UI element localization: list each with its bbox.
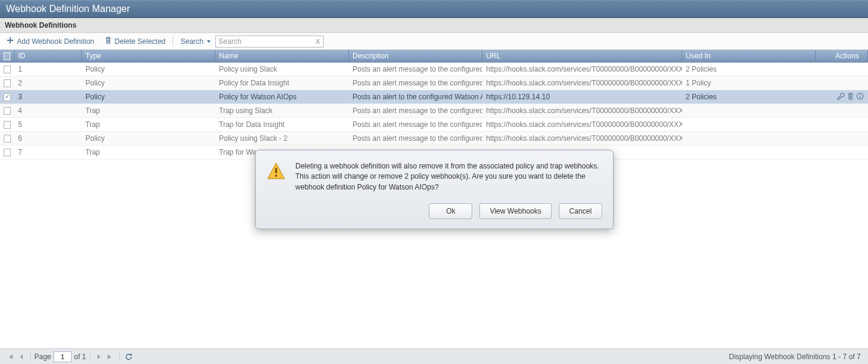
cell-id: 5 — [14, 120, 82, 129]
cell-name: Policy using Slack - 2 — [215, 134, 349, 143]
cell-url: https://hooks.slack.com/services/T000000… — [482, 134, 682, 143]
column-actions: Actions — [816, 50, 868, 62]
cell-type: Policy — [82, 79, 215, 87]
row-checkbox[interactable] — [4, 66, 11, 73]
cell-name: Policy for Watson AIOps — [215, 93, 349, 101]
cell-name: Trap using Slack — [215, 106, 349, 115]
column-name[interactable]: Name — [215, 50, 349, 62]
column-type[interactable]: Type — [82, 50, 215, 62]
prev-page-button[interactable] — [16, 351, 26, 362]
cell-id: 6 — [14, 134, 82, 143]
cell-type: Policy — [82, 65, 215, 73]
cell-description: Posts an alert message to the configured… — [349, 134, 482, 143]
cell-url: https://10.129.14.10 — [482, 93, 682, 101]
column-description[interactable]: Description — [349, 50, 482, 62]
row-checkbox[interactable] — [4, 107, 11, 115]
grid-body: 1PolicyPolicy using SlackPosts an alert … — [0, 63, 868, 159]
delete-icon[interactable] — [846, 92, 855, 102]
cell-id: 7 — [14, 148, 82, 156]
cell-type: Policy — [82, 93, 215, 101]
svg-rect-19 — [275, 168, 277, 173]
page-number-input[interactable] — [54, 351, 72, 362]
column-used-in[interactable]: Used In — [682, 50, 816, 62]
delete-selected-button[interactable]: Delete Selected — [102, 35, 168, 48]
cell-used-in: 1 Policy — [682, 79, 816, 87]
svg-rect-1 — [7, 40, 14, 41]
cell-type: Trap — [82, 148, 215, 156]
cell-url: https://hooks.slack.com/services/T000000… — [482, 120, 682, 129]
of-pages-label: of 1 — [74, 353, 86, 361]
cell-used-in: 2 Policies — [682, 65, 816, 73]
paging-status: Displaying Webhook Definitions 1 - 7 of … — [729, 353, 861, 361]
grid-column-headers: ID Type Name Description URL Used In Act… — [0, 50, 868, 63]
cell-type: Trap — [82, 106, 215, 115]
column-url[interactable]: URL — [482, 50, 682, 62]
table-row[interactable]: 1PolicyPolicy using SlackPosts an alert … — [0, 63, 868, 76]
trash-icon — [104, 36, 112, 46]
table-row[interactable]: 3PolicyPolicy for Watson AIOpsPosts an a… — [0, 90, 868, 104]
warning-icon — [266, 161, 286, 193]
cell-url: https://hooks.slack.com/services/T000000… — [482, 65, 682, 73]
section-header: Webhook Definitions — [0, 18, 868, 33]
cell-description: Posts an alert message to the configured… — [349, 79, 482, 87]
table-row[interactable]: 6PolicyPolicy using Slack - 2Posts an al… — [0, 132, 868, 146]
add-label: Add Webhook Definition — [17, 37, 94, 46]
table-row[interactable]: 4TrapTrap using SlackPosts an alert mess… — [0, 104, 868, 118]
plus-icon — [6, 36, 14, 46]
chevron-down-icon — [207, 40, 211, 43]
cell-id: 4 — [14, 106, 82, 115]
view-webhooks-button[interactable]: View Webhooks — [479, 203, 552, 219]
delete-label: Delete Selected — [115, 37, 166, 46]
cell-description: Posts an alert message to the configured… — [349, 120, 482, 129]
cancel-button[interactable]: Cancel — [559, 203, 602, 219]
section-title: Webhook Definitions — [5, 21, 76, 29]
cell-description: Posts an alert message to the configured… — [349, 65, 482, 73]
cell-used-in: 2 Policies — [682, 93, 816, 101]
add-webhook-button[interactable]: Add Webhook Definition — [4, 35, 97, 48]
cell-id: 2 — [14, 79, 82, 87]
table-row[interactable]: 5TrapTrap for Data InsightPosts an alert… — [0, 118, 868, 132]
page-label: Page — [34, 353, 51, 361]
cell-actions — [816, 92, 868, 102]
titlebar: Webhook Definition Manager — [0, 0, 868, 18]
search-clear-button[interactable]: X — [313, 37, 322, 46]
toolbar: Add Webhook Definition Delete Selected S… — [0, 33, 868, 50]
info-icon[interactable] — [856, 92, 864, 102]
select-all-checkbox[interactable] — [4, 52, 10, 60]
first-page-button[interactable] — [5, 351, 16, 362]
cell-description: Posts an alert message to the configured… — [349, 106, 482, 115]
cell-id: 1 — [14, 65, 82, 73]
confirm-delete-dialog: Deleting a webhook definition will also … — [255, 150, 614, 229]
paging-bar: Page of 1 Displaying Webhook Definitions… — [0, 348, 868, 364]
cell-type: Policy — [82, 134, 215, 143]
row-checkbox[interactable] — [4, 135, 11, 143]
svg-point-9 — [860, 94, 860, 94]
ok-button[interactable]: Ok — [429, 203, 472, 219]
cell-description: Posts an alert to the configured Watson … — [349, 93, 482, 101]
cell-url: https://hooks.slack.com/services/T000000… — [482, 106, 682, 115]
cell-type: Trap — [82, 120, 215, 129]
search-input[interactable] — [215, 35, 324, 48]
cell-url: https://hooks.slack.com/services/T000000… — [482, 79, 682, 87]
svg-point-20 — [275, 174, 277, 177]
page-title: Webhook Definition Manager — [6, 4, 130, 14]
cell-id: 3 — [14, 93, 82, 101]
search-dropdown[interactable]: Search — [178, 37, 211, 46]
next-page-button[interactable] — [94, 351, 105, 362]
row-checkbox[interactable] — [4, 149, 11, 156]
last-page-button[interactable] — [105, 351, 115, 362]
cell-name: Policy for Data Insight — [215, 79, 349, 87]
edit-icon[interactable] — [837, 92, 845, 102]
cell-name: Policy using Slack — [215, 65, 349, 73]
column-checkbox[interactable] — [0, 50, 14, 62]
column-id[interactable]: ID — [14, 50, 82, 62]
row-checkbox[interactable] — [4, 93, 11, 101]
cell-name: Trap for Data Insight — [215, 120, 349, 129]
table-row[interactable]: 2PolicyPolicy for Data InsightPosts an a… — [0, 76, 868, 90]
row-checkbox[interactable] — [4, 121, 11, 129]
search-label: Search — [180, 37, 203, 46]
dialog-message: Deleting a webhook definition will also … — [295, 161, 602, 193]
row-checkbox[interactable] — [4, 79, 11, 87]
refresh-button[interactable] — [123, 351, 134, 362]
